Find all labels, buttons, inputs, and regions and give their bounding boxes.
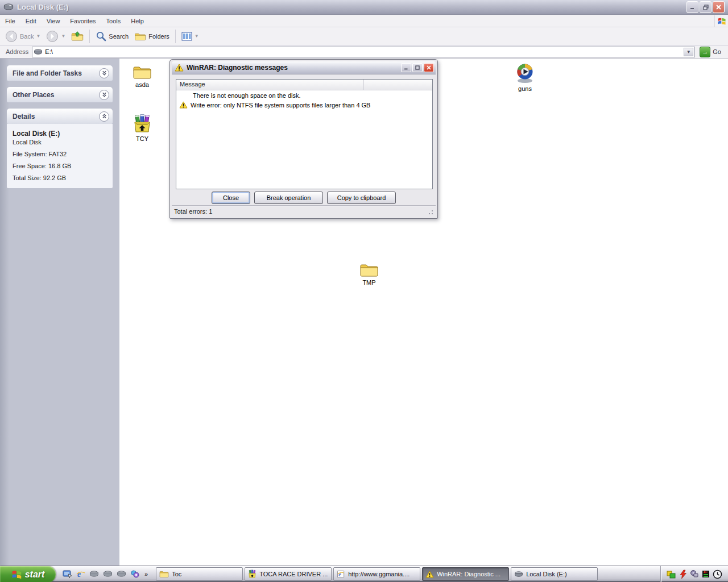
chevron-down-icon[interactable]: [99, 68, 109, 78]
file-icon-tmp[interactable]: TMP: [353, 262, 385, 286]
column-message[interactable]: Message: [176, 80, 364, 90]
list-header: Message: [176, 80, 432, 90]
media-player-icon: [509, 63, 541, 84]
task-button-ggmania[interactable]: e http://www.ggmania....: [333, 567, 420, 581]
menu-tools[interactable]: Tools: [101, 16, 126, 26]
traffic-monitor-icon[interactable]: [701, 569, 710, 579]
address-dropdown-button[interactable]: ▼: [684, 48, 693, 56]
lightning-icon[interactable]: [679, 569, 688, 579]
overflow-chevron-icon[interactable]: »: [144, 571, 148, 577]
menu-bar: File Edit View Favorites Tools Help: [0, 15, 728, 27]
warning-icon: [425, 571, 434, 578]
screen: Local Disk (E:) File Edit View Favorites…: [0, 0, 728, 582]
resize-grip[interactable]: [427, 208, 433, 215]
copy-to-clipboard-button[interactable]: Copy to clipboard: [327, 192, 396, 204]
panel-header-details[interactable]: Details: [7, 109, 113, 124]
column-blank[interactable]: [364, 80, 432, 90]
address-input[interactable]: E:\ ▼: [32, 47, 695, 57]
show-desktop-icon[interactable]: [63, 570, 72, 579]
drive-icon[interactable]: [89, 571, 99, 577]
warning-icon: [175, 64, 184, 72]
panel-other-places: Other Places: [7, 87, 113, 102]
file-icon-label: guns: [518, 85, 532, 92]
toolbar-separator: [89, 30, 90, 43]
menu-file[interactable]: File: [0, 16, 20, 26]
back-button[interactable]: Back ▼: [2, 29, 43, 44]
file-icon-asda[interactable]: asda: [126, 64, 158, 88]
task-label: WinRAR: Diagnostic ...: [437, 571, 500, 577]
task-button-toc[interactable]: Toc: [156, 567, 243, 581]
forward-caret-icon: ▼: [61, 34, 65, 39]
dialog-minimize-button[interactable]: [401, 63, 411, 72]
up-button[interactable]: [68, 30, 86, 43]
internet-explorer-icon[interactable]: e: [76, 569, 85, 579]
message-list[interactable]: Message There is not enough space on the…: [176, 79, 433, 189]
quick-launch: e »: [56, 566, 152, 582]
task-button-winrar-diagnostic[interactable]: WinRAR: Diagnostic ...: [422, 567, 509, 581]
search-button[interactable]: Search: [93, 30, 131, 43]
folder-icon: [353, 262, 385, 278]
dialog-statusbar: Total errors: 1: [172, 205, 436, 217]
panel-file-and-folder-tasks: File and Folder Tasks: [7, 65, 113, 81]
app-squares-icon[interactable]: [667, 569, 676, 579]
panel-header-file-tasks[interactable]: File and Folder Tasks: [7, 65, 113, 81]
search-label: Search: [109, 33, 129, 40]
views-button[interactable]: ▼: [179, 31, 202, 42]
task-buttons: Toc TOCA RACE DRIVER ... e http://www.gg…: [152, 566, 598, 582]
forward-button[interactable]: ▼: [43, 29, 68, 44]
search-icon: [96, 31, 106, 41]
menu-view[interactable]: View: [42, 16, 65, 26]
dialog-button-row: Close Break operation Copy to clipboard: [170, 192, 437, 204]
dialog-title: WinRAR: Diagnostic messages: [187, 64, 288, 72]
folder-icon: [126, 64, 158, 80]
window-title: Local Disk (E:): [17, 3, 68, 11]
up-folder-icon: [71, 31, 84, 42]
address-bar: Address E:\ ▼ → Go: [0, 45, 728, 59]
explorer-titlebar: Local Disk (E:): [0, 0, 728, 15]
file-icon-guns[interactable]: guns: [509, 63, 541, 92]
menu-favorites[interactable]: Favorites: [65, 16, 101, 26]
internet-explorer-icon: e: [337, 570, 345, 579]
file-icon-label: TMP: [362, 279, 375, 286]
drive-icon[interactable]: [103, 571, 113, 577]
go-button[interactable]: → Go: [695, 47, 726, 57]
menu-help[interactable]: Help: [126, 16, 149, 26]
message-row[interactable]: There is not enough space on the disk.: [176, 90, 432, 100]
task-button-toca[interactable]: TOCA RACE DRIVER ...: [245, 567, 332, 581]
network-device-icon[interactable]: [690, 569, 699, 579]
task-button-local-disk[interactable]: Local Disk (E:): [511, 567, 598, 581]
file-icon-tcy[interactable]: TCY: [126, 114, 158, 142]
close-button[interactable]: [713, 1, 725, 13]
system-tray: [660, 566, 728, 582]
break-operation-button[interactable]: Break operation: [254, 192, 323, 204]
messenger-icon[interactable]: [130, 569, 139, 579]
file-icon-label: asda: [135, 81, 149, 88]
details-disk-name: Local Disk (E:): [13, 130, 107, 138]
task-label: Toc: [172, 571, 181, 577]
minimize-button[interactable]: [686, 1, 698, 13]
restore-button[interactable]: [700, 1, 712, 13]
start-label: start: [25, 569, 45, 580]
clock-icon[interactable]: [713, 569, 722, 579]
panel-title: Details: [13, 113, 35, 120]
panel-header-other-places[interactable]: Other Places: [7, 87, 113, 102]
start-button[interactable]: start: [0, 566, 56, 582]
details-free-space: Free Space: 16.8 GB: [13, 163, 107, 169]
details-disk-type: Local Disk: [13, 139, 107, 146]
chevron-up-icon[interactable]: [99, 111, 109, 122]
drive-icon[interactable]: [117, 571, 126, 577]
menu-edit[interactable]: Edit: [20, 16, 42, 26]
back-icon: [5, 30, 18, 43]
panel-title: File and Folder Tasks: [13, 69, 82, 77]
chevron-down-icon[interactable]: [99, 90, 109, 100]
views-caret-icon: ▼: [195, 34, 199, 39]
message-row[interactable]: Write error: only NTFS file system suppo…: [176, 100, 432, 110]
dialog-maximize-button[interactable]: [412, 63, 423, 72]
task-label: TOCA RACE DRIVER ...: [259, 571, 328, 577]
svg-text:e: e: [77, 570, 81, 579]
forward-icon: [46, 30, 59, 43]
folders-button[interactable]: Folders: [131, 30, 172, 43]
drive-icon-small: [34, 49, 43, 55]
close-dialog-button[interactable]: Close: [212, 192, 250, 204]
dialog-close-button[interactable]: [424, 63, 434, 72]
